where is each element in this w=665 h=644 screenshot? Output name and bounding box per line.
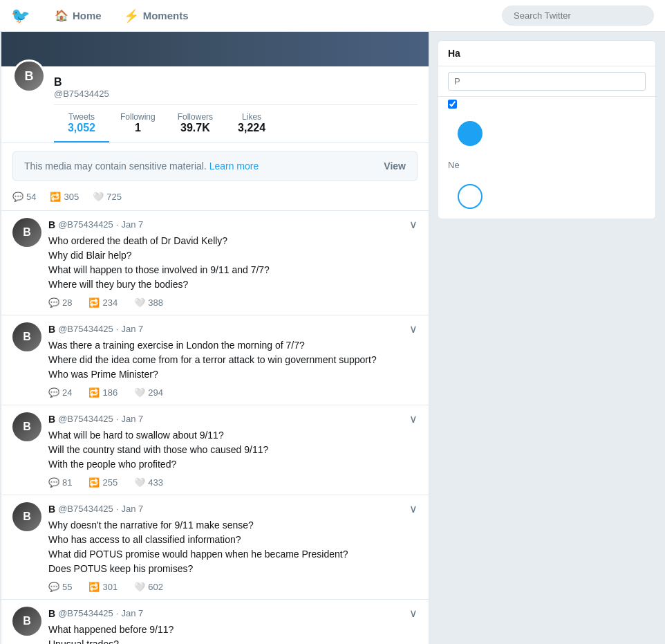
nav-moments[interactable]: ⚡ Moments [113,0,200,32]
tweet-header: B @B75434425 · Jan 7 ∨ [48,607,418,620]
nav-home-label: Home [73,10,102,21]
tweet-avatar: B [12,322,41,351]
profile-info: B @B75434425 Tweets 3,052 Following 1 Fo… [54,73,418,142]
retweet-count-sensitive: 305 [64,192,79,202]
stat-tweets[interactable]: Tweets 3,052 [54,105,109,142]
stat-following[interactable]: Following 1 [109,105,167,142]
comment-icon: 💬 [48,477,59,488]
profile-col: B B @B75434425 Tweets 3,052 Following 1 [1,32,429,644]
stat-followers[interactable]: Followers 39.7K [167,105,224,142]
widget-input-row [438,66,655,97]
sensitive-notice-text: This media may contain sensitive materia… [24,160,259,172]
comment-count: 81 [62,477,72,488]
like-action[interactable]: 🤍 294 [134,387,163,398]
learn-more-link[interactable]: Learn more [209,160,259,172]
tweet-meta: B @B75434425 · Jan 7 [48,504,143,515]
tweet-author: B [48,414,55,425]
tweet-meta: B @B75434425 · Jan 7 [48,414,143,425]
tweet-date: Jan 7 [121,504,143,514]
page-wrap: B B @B75434425 Tweets 3,052 Following 1 [0,32,665,644]
tweet-row: B B @B75434425 · Jan 7 ∨ What will be ha… [1,405,429,495]
comment-action[interactable]: 💬 55 [48,582,72,592]
retweet-icon: 🔁 [88,297,100,308]
tweet-text: What happened before 9/11? Unusual trade… [48,623,418,644]
sensitive-notice-wrap: This media may contain sensitive materia… [1,143,429,211]
retweet-action[interactable]: 🔁 301 [88,582,118,592]
followers-label: Followers [178,112,213,122]
tweet-author: B [48,219,55,230]
tweet-row: B B @B75434425 · Jan 7 ∨ What happened b… [1,600,429,644]
tweet-chevron-icon[interactable]: ∨ [409,412,418,425]
following-label: Following [120,112,156,122]
nav-home[interactable]: 🏠 Home [44,0,113,32]
retweet-action[interactable]: 🔁 255 [88,477,118,488]
heart-icon: 🤍 [93,192,104,202]
widget-checkbox[interactable] [448,100,457,109]
widget-circle-button-outline[interactable] [458,184,483,209]
tweet-chevron-icon[interactable]: ∨ [409,218,418,231]
tweet-header: B @B75434425 · Jan 7 ∨ [48,412,418,425]
checkbox-row [438,97,655,111]
comment-icon: 💬 [48,582,59,592]
tweet-body: B @B75434425 · Jan 7 ∨ Who ordered the d… [48,218,418,308]
view-button[interactable]: View [384,160,406,172]
heart-icon: 🤍 [134,387,145,398]
widget-input[interactable] [448,72,646,91]
tweet-header: B @B75434425 · Jan 7 ∨ [48,502,418,515]
following-value: 1 [120,122,156,134]
like-action-sensitive[interactable]: 🤍 725 [93,192,122,202]
like-count: 388 [148,297,163,308]
comment-icon: 💬 [48,387,59,398]
tweet-avatar: B [12,412,41,441]
profile-header: B B @B75434425 Tweets 3,052 Following 1 [1,66,429,143]
retweet-count: 255 [102,477,118,488]
retweet-icon: 🔁 [88,477,100,488]
retweet-action[interactable]: 🔁 186 [88,387,118,398]
tweet-text: Was there a training exercise in London … [48,338,418,382]
tweet-actions: 💬 55 🔁 301 🤍 602 [48,582,418,592]
tweet-date: Jan 7 [121,608,143,618]
retweet-action-sensitive[interactable]: 🔁 305 [50,192,79,202]
comment-count-sensitive: 54 [26,192,36,202]
tweets-label: Tweets [65,112,98,122]
right-col: Ha Ne [429,32,664,644]
tweet-author: B [48,504,55,515]
like-action[interactable]: 🤍 433 [134,477,163,488]
retweet-count: 234 [102,297,118,308]
tweet-chevron-icon[interactable]: ∨ [409,607,418,620]
comment-count: 55 [62,582,72,592]
profile-banner [1,32,429,66]
sensitive-notice: This media may contain sensitive materia… [12,151,418,181]
twitter-bird-icon: 🐦 [11,7,30,25]
like-count: 433 [148,477,163,488]
tweet-chevron-icon[interactable]: ∨ [409,502,418,515]
tweet-row: B B @B75434425 · Jan 7 ∨ Who ordered the… [1,211,429,315]
comment-action[interactable]: 💬 24 [48,387,72,398]
home-icon: 🏠 [55,9,68,22]
comment-action[interactable]: 💬 81 [48,477,72,488]
nav-search[interactable] [502,6,654,26]
tweet-actions: 💬 24 🔁 186 🤍 294 [48,387,418,398]
heart-icon: 🤍 [134,297,145,308]
retweet-count: 301 [102,582,118,592]
comment-action[interactable]: 💬 28 [48,297,72,308]
like-action[interactable]: 🤍 388 [134,297,163,308]
retweet-action[interactable]: 🔁 234 [88,297,118,308]
tweet-text: Who ordered the death of Dr David Kelly?… [48,234,418,292]
tweet-chevron-icon[interactable]: ∨ [409,322,418,335]
stat-likes[interactable]: Likes 3,224 [224,105,279,142]
tweets-value: 3,052 [65,122,98,134]
comment-action-sensitive[interactable]: 💬 54 [12,192,36,202]
retweet-icon: 🔁 [88,582,100,592]
tweet-avatar: B [12,502,41,531]
tweet-meta: B @B75434425 · Jan 7 [48,324,143,335]
top-nav: 🐦 🏠 Home ⚡ Moments [0,0,665,32]
tweet-row: B B @B75434425 · Jan 7 ∨ Was there a tra… [1,315,429,405]
widget-circle-button-filled[interactable] [458,121,483,146]
like-action[interactable]: 🤍 602 [134,582,163,592]
retweet-count: 186 [102,387,118,398]
tweet-handle: @B75434425 [58,504,113,514]
like-count-sensitive: 725 [106,192,122,202]
tweet-meta: B @B75434425 · Jan 7 [48,608,143,619]
search-input[interactable] [502,6,654,26]
